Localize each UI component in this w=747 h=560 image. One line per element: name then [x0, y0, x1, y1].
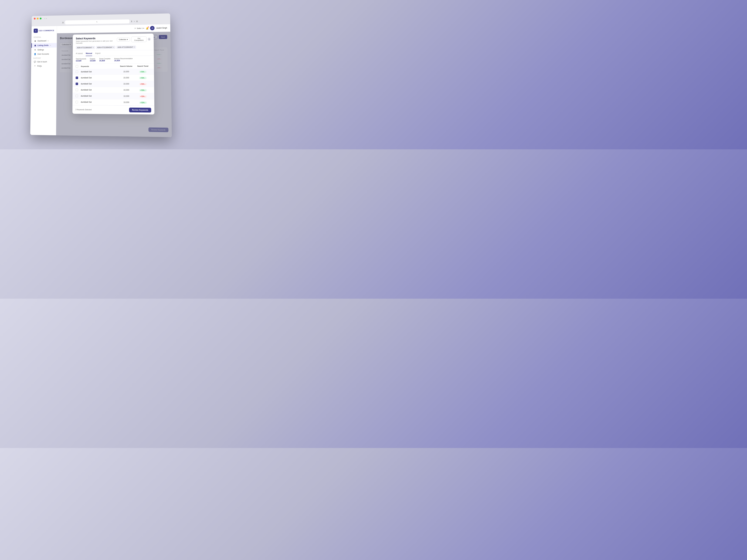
header-volume-col: Search Volume: [119, 65, 133, 67]
seller-badge[interactable]: 🏳 Seller 1 ▾: [134, 27, 144, 29]
stat-amazon-recommendation: Amazon Recommendation 10,929: [114, 58, 133, 62]
tab-manual[interactable]: Manual: [86, 52, 92, 56]
logo-icon: C: [34, 29, 38, 33]
keyword-row: ✓ dumbbell Set 10,000 +72% ↓: [73, 81, 154, 87]
modal-close-button[interactable]: ×: [148, 38, 151, 41]
modal-collection-chevron-icon: ▾: [127, 38, 128, 41]
keyword-row: dumbbell Set 10,000 +72% ↑: [73, 99, 154, 106]
sidebar-section-support: Support: [31, 56, 57, 60]
sidebar-toggle-icon[interactable]: ⊞: [62, 21, 64, 24]
keyword-trend: +72% ↑: [135, 76, 151, 79]
minimize-traffic-light[interactable]: [37, 18, 38, 20]
notification-dot: [148, 27, 149, 28]
forward-button[interactable]: ›: [46, 17, 47, 20]
add-icon-dashboard[interactable]: +: [48, 40, 49, 42]
keyword-row: dumbbell Set 10,000 +72% ↑: [73, 69, 154, 75]
sidebar-item-label-settings: Settings: [37, 49, 44, 51]
new-tab-icon[interactable]: +: [134, 20, 135, 22]
trend-badge-green: +72% ↑: [139, 71, 147, 73]
sidebar-item-label-user-accounts: User Accounts: [37, 53, 49, 55]
stat-total-keywords: Total Keywords 10,929: [76, 58, 86, 62]
keyword-volume: 10,000: [119, 77, 133, 79]
stat-smart-label: Smart Complete: [99, 58, 110, 59]
seller-label: Seller 1: [137, 27, 143, 29]
header-keywords-col: Keywords: [81, 65, 118, 68]
modal-tabs: AI assist Manual Import: [73, 50, 154, 56]
review-keywords-button[interactable]: Review Keywords: [129, 108, 151, 113]
stats-row: Total Keywords 10,929 Organic 10,929 Sma…: [73, 56, 154, 64]
settings-icon: ⚙: [34, 49, 36, 51]
avatar-initials: JS: [151, 27, 153, 29]
tab-import[interactable]: Import: [95, 52, 101, 56]
maximize-traffic-light[interactable]: [40, 18, 42, 20]
modal-title: Select Keywords: [76, 37, 117, 40]
sidebar-item-dashboard[interactable]: ◉ Dashboard +: [31, 38, 57, 43]
sidebar-item-faqs[interactable]: ? FAQs: [31, 64, 57, 68]
seller-chevron: ▾: [143, 27, 144, 29]
reload-icon[interactable]: ↻: [96, 21, 98, 23]
modal-header: Select Keywords Select keywords from gen…: [73, 34, 154, 45]
modal-header-left: Select Keywords Select keywords from gen…: [76, 37, 117, 44]
app-body: C CEO COMMERCE General ◉ Dashboard + ▦ L…: [30, 24, 172, 137]
kw-check-col: [76, 101, 79, 103]
asin-tag-label: ASIN 4772138942647: [118, 46, 133, 48]
asin-tag: ASIN 4772138942647 ×: [117, 46, 136, 49]
avatar: JS: [150, 26, 155, 30]
asin-tag-remove[interactable]: ×: [113, 46, 114, 48]
modal-subtitle: Select keywords from generated or add yo…: [76, 40, 117, 44]
keyword-trend: +72% ↑: [135, 70, 151, 73]
keyword-checkbox[interactable]: [76, 71, 78, 73]
notification-bell[interactable]: 🔔: [146, 27, 149, 29]
get-in-touch-icon: 💬: [34, 61, 36, 63]
select-keywords-modal: Select Keywords Select keywords from gen…: [72, 34, 154, 114]
address-bar[interactable]: ↻: [65, 20, 129, 24]
dashboard-icon: ◉: [34, 40, 36, 42]
sidebar-item-settings[interactable]: ⚙ Settings: [31, 48, 57, 52]
keyword-row: dumbbell Set 10,000 +72% ↓: [73, 93, 154, 100]
stat-total-label: Total Keywords: [76, 58, 86, 60]
user-name: Jaskirt Singh: [156, 27, 167, 29]
keyword-checkbox[interactable]: [76, 89, 78, 91]
sidebar-item-user-accounts[interactable]: 👤 User Accounts: [31, 52, 57, 56]
keyword-trend: +72% ↓: [135, 95, 151, 98]
close-icon: ×: [149, 38, 150, 40]
keyword-checkbox[interactable]: ✓: [76, 77, 78, 79]
kw-check-col: [76, 95, 79, 97]
modal-collection-label: Collection: [119, 38, 127, 41]
grid-icon[interactable]: ⊞: [136, 20, 138, 22]
asin-tag-label: ASIN 4772138942647: [77, 47, 92, 49]
keyword-volume: 10,000: [119, 89, 133, 91]
browser-window: ‹ › ⊞ ↻ ⬆ + ⊞ C CEO COMMERCE Ge: [30, 14, 172, 137]
close-traffic-light[interactable]: [34, 18, 36, 20]
collapse-icon[interactable]: −: [50, 44, 51, 47]
modal-footer: 2 Keywords Selected Review Keywords: [72, 105, 154, 114]
keyword-row: ✓ dumbbell Set 10,000 +72% ↑: [73, 75, 154, 81]
sidebar-item-get-in-touch[interactable]: 💬 Get in touch: [31, 59, 56, 64]
modal-collection-button[interactable]: Collection ▾: [117, 37, 130, 42]
keyword-checkbox[interactable]: ✓: [76, 83, 78, 85]
keyword-checkbox[interactable]: [76, 95, 78, 97]
keyword-name: dumbbell Set: [81, 89, 118, 91]
sidebar-item-listing-grids[interactable]: ▦ Listing Grids −: [31, 43, 57, 48]
tab-manual-label: Manual: [86, 52, 92, 54]
keyword-rows: dumbbell Set 10,000 +72% ↑ ✓: [73, 69, 154, 106]
keyword-name: dumbbell Set: [81, 77, 118, 79]
sidebar: C CEO COMMERCE General ◉ Dashboard + ▦ L…: [30, 26, 57, 135]
modal-get-competitors-button[interactable]: Get Competitors: [131, 36, 147, 42]
selected-count: 2 Keywords Selected: [76, 109, 92, 111]
main-content: 🏳 Seller 1 ▾ 🔔 JS Jaskirt Singh: [56, 24, 172, 137]
sidebar-item-label-faqs: FAQs: [37, 65, 42, 67]
share-icon[interactable]: ⬆: [131, 20, 132, 23]
back-button[interactable]: ‹: [45, 17, 45, 20]
asin-tag-remove[interactable]: ×: [134, 46, 135, 48]
kw-check-col: [76, 71, 79, 73]
asin-tag-remove[interactable]: ×: [93, 46, 94, 49]
tab-ai-assist[interactable]: AI assist: [76, 52, 83, 56]
asin-tags-container: ASIN 4772138942647 × ASIN 4772138942647 …: [73, 44, 154, 51]
trend-badge-green: +72% ↑: [139, 77, 147, 79]
tab-ai-assist-label: AI assist: [76, 52, 83, 55]
select-all-checkbox[interactable]: [76, 65, 78, 68]
stat-amazon-label: Amazon Recommendation: [114, 58, 133, 59]
keyword-checkbox[interactable]: [76, 101, 78, 103]
keyword-trend: +72% ↓: [135, 82, 151, 85]
